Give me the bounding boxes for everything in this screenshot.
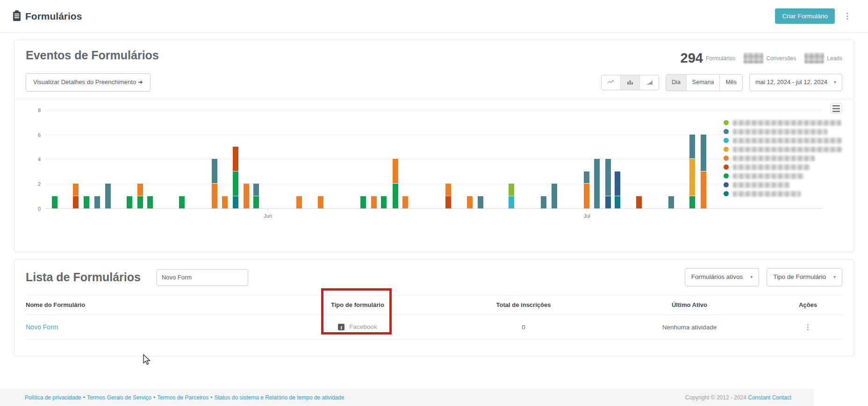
legend-item[interactable] — [724, 127, 842, 136]
chart-bar[interactable] — [467, 196, 473, 208]
chart-bar[interactable] — [701, 135, 706, 208]
chart-bar[interactable] — [222, 196, 228, 208]
chart-bar[interactable] — [509, 184, 514, 208]
chart-bar[interactable] — [52, 196, 57, 208]
facebook-icon: f — [338, 324, 344, 330]
status-filter-label: Formulários ativos — [691, 273, 743, 280]
footer-link[interactable]: Política de privacidade — [25, 394, 81, 401]
period-semana[interactable]: Semana — [686, 75, 720, 91]
bar-segment-slate — [541, 196, 546, 208]
create-form-button[interactable]: Criar Formulário — [775, 8, 835, 24]
bar-segment-slate — [552, 184, 557, 208]
chart-bar[interactable] — [478, 196, 483, 208]
view-details-button[interactable]: Visualizar Detalhes do Preenchimento ➜ — [26, 73, 151, 92]
list-title: Lista de Formulários — [26, 271, 141, 284]
chart-bar[interactable] — [668, 196, 674, 208]
chart-bar[interactable] — [615, 171, 620, 208]
bar-segment-green — [137, 196, 143, 208]
y-tick-label: 4 — [38, 157, 41, 162]
bar-segment-cyan — [509, 196, 514, 208]
bar-segment-rust — [445, 196, 451, 208]
y-tick-label: 0 — [38, 206, 41, 212]
date-range-select[interactable]: mai 12, 2024 - jul 12, 2024 ▾ — [749, 74, 842, 91]
bar-segment-green — [381, 196, 387, 208]
bar-segment-orange — [584, 184, 589, 208]
chart-bar[interactable] — [105, 184, 111, 208]
legend-item[interactable] — [724, 154, 842, 163]
footer-link[interactable]: Termos de Parceiros — [157, 394, 208, 401]
chart-bar[interactable] — [541, 196, 546, 208]
bar-segment-orange — [318, 196, 323, 208]
bar-segment-lime — [509, 184, 514, 196]
chart-bar[interactable] — [73, 184, 79, 208]
chart-bar[interactable] — [371, 196, 377, 208]
header-kebab-icon[interactable]: ⋮ — [840, 10, 854, 22]
page-title: Formulários — [25, 11, 82, 22]
footer-links: Política de privacidade•Termos Gerais de… — [25, 394, 344, 401]
table-row: Novo FormfFacebook0Nenhuma atividade⋮ — [26, 315, 842, 340]
chevron-down-icon: ▾ — [750, 274, 753, 279]
chart-bar[interactable] — [94, 196, 100, 208]
chart-menu-icon[interactable] — [830, 103, 842, 114]
copyright-link[interactable]: Constant Contact — [748, 394, 791, 401]
bar-segment-slate — [594, 159, 600, 208]
y-tick-label: 6 — [38, 132, 41, 138]
chart-bar[interactable] — [594, 159, 600, 208]
bar-segment-green — [360, 196, 366, 208]
chart-bar[interactable] — [179, 196, 185, 208]
legend-item[interactable] — [724, 171, 842, 180]
chart-bar[interactable] — [244, 184, 249, 208]
chart-bar[interactable] — [127, 196, 132, 208]
footer-link[interactable]: Status do sistema e Relatório de tempo d… — [214, 394, 344, 401]
form-name-link[interactable]: Novo Form — [26, 323, 58, 331]
chart-bar[interactable] — [233, 147, 238, 208]
bar-segment-green — [393, 184, 398, 208]
legend-item[interactable] — [724, 189, 842, 198]
chart-bar[interactable] — [212, 159, 217, 208]
chart-bar[interactable] — [253, 184, 259, 208]
chart-bar[interactable] — [318, 196, 323, 208]
form-search-input[interactable] — [157, 269, 248, 286]
chart-bar[interactable] — [445, 184, 451, 208]
chart-bar[interactable] — [381, 196, 387, 208]
period-mês[interactable]: Mês — [719, 75, 742, 91]
area-chart-icon[interactable] — [639, 75, 659, 90]
chart-bar[interactable] — [393, 159, 398, 208]
legend-dot-cyan — [724, 138, 729, 143]
bar-segment-orange — [222, 196, 228, 208]
type-filter-dropdown[interactable]: Tipo de Formulário ▾ — [767, 268, 842, 286]
legend-item[interactable] — [724, 136, 842, 145]
chart-bar[interactable] — [552, 184, 557, 208]
period-dia[interactable]: Dia — [666, 75, 686, 91]
legend-item[interactable] — [724, 118, 842, 127]
chart-bar[interactable] — [605, 159, 611, 208]
events-card: Eventos de Formulários 294FormuláriosCon… — [14, 40, 854, 252]
legend-dot-darkblue — [724, 182, 729, 187]
table-header-5: Ações — [774, 301, 842, 308]
legend-item[interactable] — [724, 180, 842, 189]
redacted-stat-value — [804, 53, 824, 64]
status-filter-dropdown[interactable]: Formulários ativos ▾ — [685, 268, 759, 286]
bar-segment-green — [52, 196, 57, 208]
bar-segment-orange — [393, 159, 398, 184]
line-chart-icon[interactable] — [602, 75, 620, 90]
chart-bar[interactable] — [360, 196, 366, 208]
chart-bar[interactable] — [636, 196, 642, 208]
legend-label-redacted — [733, 147, 842, 152]
chart-bar[interactable] — [84, 196, 89, 208]
chart-bar[interactable] — [584, 171, 589, 208]
chart-bar[interactable] — [147, 196, 153, 208]
row-kebab-icon[interactable]: ⋮ — [804, 323, 811, 331]
bar-segment-slate — [105, 184, 111, 208]
chart-bar[interactable] — [296, 196, 302, 208]
footer-link[interactable]: Termos Gerais de Serviço — [87, 394, 151, 401]
legend-item[interactable] — [724, 145, 842, 154]
chart-bars: JunJul — [45, 108, 717, 209]
chart-bar[interactable] — [137, 184, 143, 208]
chart-bar[interactable] — [689, 135, 695, 208]
bar-chart-icon[interactable] — [620, 75, 639, 90]
bar-segment-green — [179, 196, 185, 208]
legend-item[interactable] — [724, 163, 842, 171]
chart-bar[interactable] — [402, 196, 408, 208]
period-toggle: DiaSemanaMês — [666, 74, 743, 91]
